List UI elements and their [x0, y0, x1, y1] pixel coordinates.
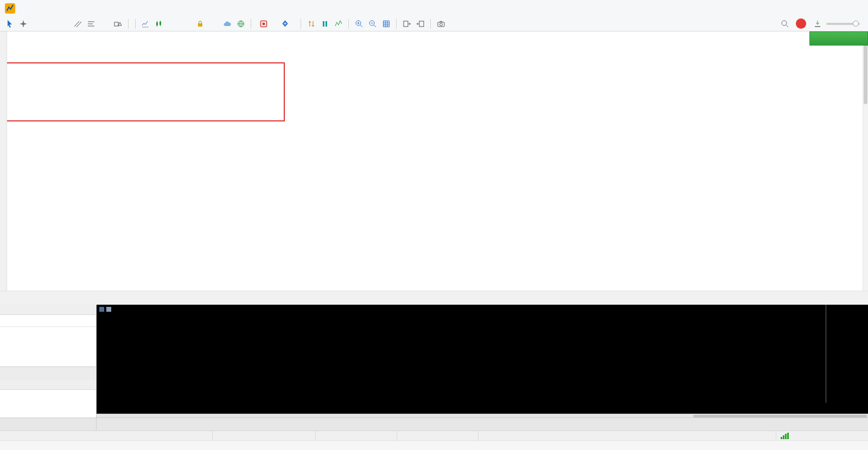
market-watch-header: [0, 305, 96, 315]
grid-icon[interactable]: [380, 17, 392, 30]
chart-canvas[interactable]: [97, 305, 868, 417]
scrollbar-thumb[interactable]: [864, 39, 867, 104]
results-scrollbar[interactable]: ▲ ▼: [863, 31, 868, 291]
chart-mini-icon: [106, 306, 111, 311]
mt5-window: ▲ ▼: [0, 0, 868, 450]
chart-title: [99, 306, 113, 311]
connection-bars-icon: [781, 433, 789, 439]
new-order-button[interactable]: [276, 17, 297, 30]
bottom-region: [0, 305, 868, 417]
status-bar: [0, 430, 868, 440]
fibonacci-tool-button[interactable]: [85, 17, 97, 30]
minimize-button[interactable]: [813, 0, 831, 16]
horizontal-line-tool-button[interactable]: [44, 17, 56, 30]
download-connection-icon[interactable]: [811, 17, 824, 30]
cloud-icon[interactable]: [221, 17, 233, 30]
trade-dollar-button[interactable]: [167, 17, 179, 30]
algo-trading-icon: [259, 20, 268, 28]
new-order-icon: [281, 20, 289, 28]
window-controls: [813, 0, 868, 16]
toolbar: [0, 16, 868, 31]
volume-slider[interactable]: [826, 23, 860, 25]
metaeditor-ide-button[interactable]: [180, 17, 193, 30]
price-scale[interactable]: [826, 305, 868, 403]
close-button[interactable]: [850, 0, 868, 16]
algo-trading-button[interactable]: [254, 17, 276, 30]
start-button[interactable]: [809, 31, 868, 46]
bottom-tabs-row: [0, 417, 868, 430]
connection-segment: [776, 431, 868, 440]
profile-segment[interactable]: [212, 431, 315, 440]
market-watch-column-headers[interactable]: [0, 315, 96, 327]
signal-icon-button[interactable]: [207, 17, 220, 30]
strategy-tester-panel: ▲ ▼: [0, 31, 868, 305]
lock-icon[interactable]: [194, 17, 206, 30]
zigzag-icon[interactable]: [332, 17, 344, 30]
tester-tab-bar: [0, 291, 868, 305]
zoom-in-button[interactable]: [353, 17, 365, 30]
sort-icon[interactable]: [305, 17, 317, 30]
notification-badge[interactable]: [796, 18, 806, 29]
price-chart[interactable]: [97, 305, 868, 417]
tile-windows-left-icon[interactable]: [414, 17, 426, 30]
indicators-button[interactable]: [139, 17, 152, 30]
chart-hscroll-thumb[interactable]: [693, 415, 867, 417]
web-globe-icon[interactable]: [234, 17, 247, 30]
market-watch-tabs: [0, 367, 96, 380]
market-watch-panel: [0, 305, 96, 380]
chart-horizontal-scrollbar[interactable]: [97, 414, 868, 417]
search-icon[interactable]: [778, 17, 791, 30]
text-tool-button[interactable]: [98, 17, 111, 30]
crosshair-tool-button[interactable]: [17, 17, 29, 30]
trendline-tool-button[interactable]: [58, 17, 70, 30]
chart-tab-bar: [97, 418, 854, 430]
chart-mini-icon: [99, 306, 104, 311]
left-sidebar: [0, 305, 97, 417]
tile-windows-right-icon[interactable]: [400, 17, 413, 30]
tester-caption-strip: [0, 31, 7, 291]
channel-tool-button[interactable]: [71, 17, 84, 30]
menu-bar: [0, 0, 868, 16]
annotation-box-results: [7, 62, 285, 121]
screenshot-camera-icon[interactable]: [435, 17, 447, 30]
navigator-panel: [0, 380, 96, 417]
mt5-logo-icon: [5, 3, 15, 14]
navigator-header: [0, 380, 96, 390]
time-scale[interactable]: [97, 403, 826, 413]
maximize-button[interactable]: [831, 0, 850, 16]
vertical-line-tool-button[interactable]: [30, 17, 43, 30]
navigator-tabs: [0, 418, 97, 430]
backtest-results-table: [7, 31, 863, 291]
slider-thumb[interactable]: [853, 21, 859, 27]
help-status-bar: [0, 440, 868, 450]
zoom-out-button[interactable]: [366, 17, 379, 30]
shapes-tool-button[interactable]: [112, 17, 124, 30]
chart-tab-scroll: [854, 418, 868, 430]
pause-bars-icon[interactable]: [318, 17, 331, 30]
chart-template-button[interactable]: [153, 17, 165, 30]
cursor-tool-button[interactable]: [3, 17, 16, 30]
